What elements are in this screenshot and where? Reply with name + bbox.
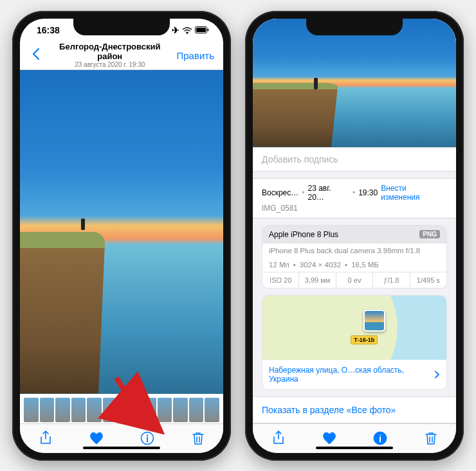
share-icon bbox=[272, 431, 285, 446]
thumbnail[interactable] bbox=[189, 398, 204, 422]
chevron-right-icon bbox=[435, 371, 440, 378]
screen-right: Добавить подпись Воскрес… • 23 авг. 20… … bbox=[253, 19, 456, 453]
separator-dot: • bbox=[302, 188, 304, 197]
location-card[interactable]: Т-16-1b Набережная улица, О…ская область… bbox=[262, 295, 447, 390]
megapixels: 12 Мп bbox=[269, 261, 289, 269]
info-panel[interactable]: Добавить подпись Воскрес… • 23 авг. 20… … bbox=[253, 147, 456, 423]
thumbnail[interactable] bbox=[24, 398, 39, 422]
heart-icon bbox=[322, 431, 337, 445]
thumbnail-strip[interactable] bbox=[20, 394, 223, 423]
phone-left: 16:38 ✈︎ Белгород-Днестровский район 23 … bbox=[12, 11, 231, 461]
thumbnail[interactable] bbox=[40, 398, 55, 422]
device-model: Apple iPhone 8 Plus bbox=[269, 230, 338, 239]
info-icon bbox=[140, 431, 154, 445]
notch bbox=[73, 19, 170, 35]
time: 19:30 bbox=[358, 188, 378, 197]
wifi-icon bbox=[182, 26, 192, 34]
svg-point-6 bbox=[379, 434, 381, 436]
home-indicator[interactable] bbox=[316, 447, 393, 449]
exif-focal: 3,99 мм bbox=[299, 272, 336, 288]
favorite-button[interactable] bbox=[88, 430, 105, 447]
photo-viewer[interactable] bbox=[20, 70, 223, 394]
exif-ev: 0 ev bbox=[336, 272, 373, 288]
date: 23 авг. 20… bbox=[307, 184, 349, 202]
dimensions: 3024 × 4032 bbox=[300, 261, 341, 269]
info-button-active[interactable] bbox=[372, 430, 389, 447]
location-address-row[interactable]: Набережная улица, О…ская область, Украин… bbox=[262, 360, 446, 389]
map-road-label: Т-16-1b bbox=[351, 335, 378, 344]
thumbnail[interactable] bbox=[142, 398, 156, 422]
separator-dot: • bbox=[345, 261, 347, 269]
delete-button[interactable] bbox=[190, 430, 206, 447]
resolution-size: 12 Мп • 3024 × 4032 • 16,5 МБ bbox=[262, 258, 446, 272]
airplane-icon: ✈︎ bbox=[172, 25, 179, 35]
svg-point-4 bbox=[146, 434, 147, 436]
svg-rect-2 bbox=[208, 29, 209, 31]
separator-dot: • bbox=[352, 188, 355, 197]
phone-right: Добавить подпись Воскрес… • 23 авг. 20… … bbox=[245, 11, 464, 461]
thumbnail[interactable] bbox=[173, 398, 188, 422]
share-button[interactable] bbox=[270, 430, 287, 447]
back-button[interactable] bbox=[26, 47, 46, 64]
thumbnail[interactable] bbox=[158, 398, 172, 422]
status-time: 16:38 bbox=[37, 25, 60, 35]
exif-iso: ISO 20 bbox=[262, 272, 299, 288]
photo-content bbox=[253, 19, 456, 147]
photo-preview[interactable] bbox=[253, 19, 456, 147]
share-icon bbox=[39, 431, 52, 446]
nav-title: Белгород-Днестровский район bbox=[46, 42, 174, 61]
share-button[interactable] bbox=[37, 430, 54, 447]
home-indicator[interactable] bbox=[83, 447, 160, 449]
caption-placeholder: Добавить подпись bbox=[262, 154, 338, 164]
adjust-link[interactable]: Внести изменения bbox=[381, 184, 447, 202]
trash-icon bbox=[192, 431, 205, 445]
show-in-all-photos[interactable]: Показать в разделе «Все фото» bbox=[253, 396, 456, 423]
edit-button[interactable]: Править bbox=[174, 50, 217, 61]
exif-card: Apple iPhone 8 Plus PNG iPhone 8 Plus ba… bbox=[262, 225, 447, 289]
info-button[interactable] bbox=[139, 430, 156, 447]
heart-icon bbox=[89, 431, 104, 445]
battery-icon bbox=[195, 26, 209, 33]
file-size: 16,5 МБ bbox=[351, 261, 379, 269]
chevron-left-icon bbox=[32, 48, 40, 60]
delete-button[interactable] bbox=[423, 430, 439, 447]
caption-input[interactable]: Добавить подпись bbox=[253, 147, 456, 172]
info-icon bbox=[373, 431, 387, 445]
photo-content bbox=[20, 70, 223, 394]
svg-rect-1 bbox=[196, 28, 206, 32]
screen-left: 16:38 ✈︎ Белгород-Днестровский район 23 … bbox=[20, 19, 223, 453]
date-time-cell[interactable]: Воскрес… • 23 авг. 20… • 19:30 Внести из… bbox=[253, 178, 456, 218]
thumbnail[interactable] bbox=[71, 398, 86, 422]
separator-dot: • bbox=[293, 261, 296, 269]
weekday: Воскрес… bbox=[262, 188, 298, 197]
map-preview[interactable]: Т-16-1b bbox=[262, 296, 446, 360]
thumbnail[interactable] bbox=[103, 398, 118, 422]
exif-shutter: 1/495 s bbox=[410, 272, 446, 288]
nav-bar: Белгород-Днестровский район 23 августа 2… bbox=[20, 42, 223, 70]
exif-table: ISO 20 3,99 мм 0 ev ƒ/1.8 1/495 s bbox=[262, 272, 446, 288]
trash-icon bbox=[425, 431, 437, 445]
thumbnail[interactable] bbox=[87, 398, 102, 422]
map-pin-photo bbox=[363, 310, 385, 332]
format-badge: PNG bbox=[419, 230, 440, 238]
favorite-button[interactable] bbox=[321, 430, 338, 447]
notch bbox=[306, 19, 403, 35]
thumbnail[interactable] bbox=[55, 398, 70, 422]
filename: IMG_0581 bbox=[262, 204, 447, 213]
location-address: Набережная улица, О…ская область, Украин… bbox=[269, 366, 435, 384]
exif-aperture: ƒ/1.8 bbox=[373, 272, 410, 288]
nav-subtitle: 23 августа 2020 г. 19:30 bbox=[46, 61, 174, 68]
thumbnail[interactable] bbox=[205, 398, 219, 422]
nav-title-area: Белгород-Днестровский район 23 августа 2… bbox=[46, 42, 174, 68]
thumbnail-selected[interactable] bbox=[118, 398, 140, 422]
lens: iPhone 8 Plus back dual camera 3.99mm f/… bbox=[262, 244, 446, 258]
